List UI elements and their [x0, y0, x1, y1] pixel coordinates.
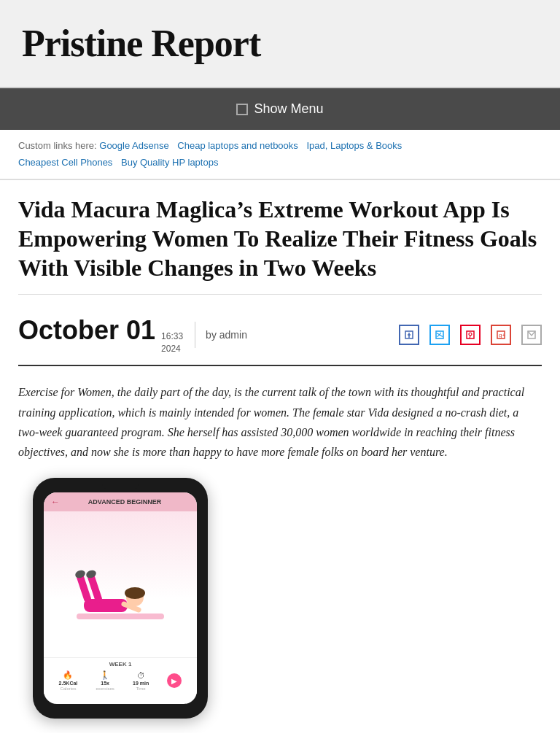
phone-outer: ← ADVANCED BEGINNER — [33, 478, 208, 719]
show-menu-button[interactable]: Show Menu — [0, 88, 560, 130]
email-share-button[interactable] — [521, 325, 542, 345]
time-icon: ⏱ — [137, 671, 145, 680]
article-date: October 01 — [18, 315, 155, 346]
facebook-share-button[interactable] — [399, 325, 419, 345]
vertical-divider — [195, 322, 195, 348]
stat-exercises: 🚶 15x exercises — [96, 670, 114, 691]
time-year-block: 16:33 2024 — [161, 330, 183, 355]
custom-link-3[interactable]: Ipad, Laptops & Books — [306, 140, 402, 151]
exercises-label: exercises — [96, 686, 114, 691]
site-header: Pristine Report — [0, 0, 560, 88]
time-value: 19 min — [133, 681, 149, 686]
custom-link-5[interactable]: Buy Quality HP laptops — [121, 157, 218, 168]
stats-row: 🔥 2.5KCal Calories 🚶 15x exercises ⏱ — [50, 670, 191, 691]
svg-point-5 — [469, 333, 472, 336]
meta-left: October 01 16:33 2024 by admin — [18, 315, 247, 355]
article-time: 16:33 — [161, 330, 183, 343]
svg-point-17 — [85, 569, 98, 579]
article-body: Exercise for Women, the daily part of th… — [18, 382, 542, 462]
phone-mockup: ← ADVANCED BEGINNER — [33, 478, 208, 719]
article-year: 2024 — [161, 343, 183, 355]
continue-button[interactable]: ▶ — [167, 673, 182, 688]
screen-header: ← ADVANCED BEGINNER — [44, 492, 197, 511]
svg-line-14 — [80, 577, 88, 599]
calories-value: 2.5KCal — [59, 681, 78, 686]
week-label: WEEK 1 — [50, 661, 191, 667]
article-author: by admin — [206, 329, 247, 341]
navbar: Show Menu — [0, 88, 560, 130]
phone-screen: ← ADVANCED BEGINNER — [44, 492, 197, 704]
social-icons: g+ — [399, 325, 542, 345]
googleplus-share-button[interactable]: g+ — [491, 325, 511, 345]
screen-content — [44, 511, 197, 657]
article-title: Vida Macura Maglica’s Extreme Workout Ap… — [18, 195, 542, 295]
exercises-value: 15x — [101, 681, 109, 686]
custom-links-label: Custom links here: — [18, 140, 97, 151]
workout-figure — [69, 533, 171, 635]
article-container: Vida Macura Maglica’s Extreme Workout Ap… — [0, 179, 560, 733]
phone-image-container: ← ADVANCED BEGINNER — [18, 478, 542, 719]
custom-link-1[interactable]: Google Adsense — [99, 140, 168, 151]
svg-rect-10 — [77, 614, 164, 619]
phone-notch — [102, 482, 139, 489]
screen-title: ADVANCED BEGINNER — [88, 498, 161, 506]
article-meta: October 01 16:33 2024 by admin — [18, 308, 542, 367]
pinterest-share-button[interactable] — [460, 325, 481, 345]
svg-line-15 — [91, 577, 98, 599]
stat-calories: 🔥 2.5KCal Calories — [59, 670, 78, 691]
screen-bottom: WEEK 1 🔥 2.5KCal Calories 🚶 15x exercise… — [44, 657, 197, 694]
svg-text:g+: g+ — [499, 332, 505, 338]
show-menu-label: Show Menu — [254, 101, 323, 117]
menu-icon — [236, 104, 248, 115]
calories-icon: 🔥 — [63, 670, 73, 680]
calories-label: Calories — [60, 686, 76, 691]
stat-time: ⏱ 19 min Time — [133, 671, 149, 691]
svg-point-13 — [125, 587, 145, 599]
custom-links-bar: Custom links here: Google Adsense Cheap … — [0, 130, 560, 179]
date-block: October 01 16:33 2024 — [18, 315, 195, 355]
back-arrow-icon: ← — [51, 497, 60, 507]
custom-link-4[interactable]: Cheapest Cell Phones — [18, 157, 112, 168]
svg-point-16 — [74, 569, 87, 579]
custom-link-2[interactable]: Cheap laptops and netbooks — [177, 140, 298, 151]
exercises-icon: 🚶 — [100, 670, 110, 680]
site-title: Pristine Report — [22, 22, 538, 65]
time-label: Time — [136, 686, 146, 691]
twitter-share-button[interactable] — [429, 325, 450, 345]
